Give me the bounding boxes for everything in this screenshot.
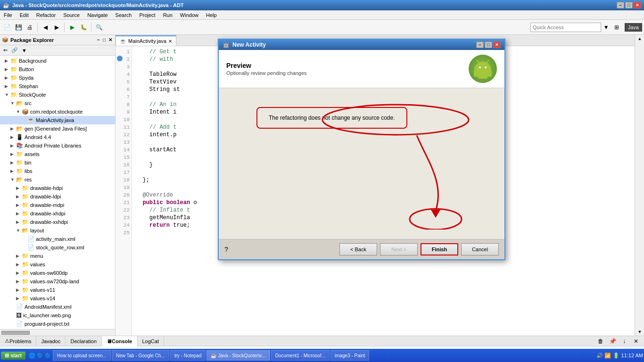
menu-source[interactable]: Source [59,11,83,19]
tree-item-drawable-hdpi[interactable]: ▶ 📁 drawable-hdpi [0,184,115,192]
tree-collapse-btn[interactable]: ⇐ [2,47,9,54]
dialog-close-btn[interactable]: ✕ [493,41,501,48]
perspective-btn[interactable]: ⊞ [611,22,622,33]
tree-item-values[interactable]: ▶ 📁 values [0,260,115,269]
tree-item-ic-launcher[interactable]: 🖼 ic_launcher-web.png [0,311,115,320]
tree-item-button[interactable]: ▶ 📁 Button [0,65,115,74]
next-button[interactable]: Next > [380,243,418,255]
scroll-down-btn[interactable]: ▼ [635,328,644,336]
menu-refactor[interactable]: Refactor [33,11,60,19]
console-pin-btn[interactable]: 📌 [607,336,618,346]
tree-item-spyda[interactable]: ▶ 📁 Spyda [0,74,115,82]
taskbar-item-4[interactable]: Document1 - Microsof... [271,350,330,361]
tree-item-values-sw720[interactable]: ▶ 📁 values-sw720dp-land [0,277,115,286]
tab-close-icon[interactable]: ✕ [168,39,172,44]
folder-icon: 📁 [22,287,29,293]
toolbar-debug[interactable]: 🐛 [78,22,89,33]
start-button[interactable]: ⊞ start [1,352,25,360]
tree-item-activity-main[interactable]: 📄 activity_main.xml [0,235,115,243]
taskbar-item-2[interactable]: try - Notepad [170,350,206,361]
menu-project[interactable]: Project [135,11,159,19]
console-scroll-btn[interactable]: ↓ [619,336,629,346]
taskbar-browser-icon3[interactable]: 🔵 [44,352,52,359]
svg-line-4 [477,60,479,63]
quick-access-dropdown[interactable]: ▼ [601,22,611,33]
tab-declaration[interactable]: Declaration [66,336,102,346]
tree-item-values-v14[interactable]: ▶ 📁 values-v14 [0,294,115,303]
tree-item-stephan[interactable]: ▶ 📁 Stephan [0,82,115,90]
toolbar-search[interactable]: 🔍 [94,22,104,33]
menu-window[interactable]: Window [176,11,202,19]
tree-item-mainactivity[interactable]: ☕ MainActivity.java [0,116,115,124]
toolbar-new[interactable]: 📄 [2,22,12,33]
tree-item-assets[interactable]: ▶ 📁 assets [0,150,115,158]
editor-tab-mainactivity[interactable]: ☕ MainActivity.java ✕ [116,35,176,46]
tree-item-bin[interactable]: ▶ 📁 bin [0,158,115,167]
tree-item-values-sw600[interactable]: ▶ 📁 values-sw600dp [0,269,115,277]
menu-search[interactable]: Search [112,11,136,19]
menu-help[interactable]: Help [202,11,221,19]
taskbar-item-3[interactable]: ☕ Java - StockQuote/sr... [206,350,270,361]
tree-item-drawable-ldpi[interactable]: ▶ 📁 drawable-ldpi [0,192,115,201]
new-activity-dialog[interactable]: 🤖 New Activity − □ ✕ Preview Optionally … [218,39,505,260]
dialog-minimize-btn[interactable]: − [476,41,484,48]
perspective-java[interactable]: Java [625,23,642,32]
taskbar-item-5[interactable]: image3 - Paint [330,350,369,361]
taskbar-item-0[interactable]: How to upload screen... [53,350,111,361]
toolbar-back[interactable]: ◀ [40,22,50,33]
panel-close-btn[interactable]: ✕ [107,37,113,42]
tree-item-android-private[interactable]: ▶ 📚 Android Private Libraries [0,141,115,150]
menu-navigate[interactable]: Navigate [83,11,111,19]
tree-item-menu[interactable]: ▶ 📁 menu [0,252,115,260]
tree-item-drawable-mdpi[interactable]: ▶ 📁 drawable-mdpi [0,201,115,209]
tab-console[interactable]: 🖥 Console [102,336,137,346]
tree-item-res[interactable]: ▼ 📂 res [0,175,115,184]
tree-item-androidmanifest[interactable]: 📄 AndroidManifest.xml [0,303,115,311]
finish-button[interactable]: Finish [421,243,458,255]
horizontal-scrollbar[interactable] [0,329,115,336]
tree-item-package[interactable]: ▼ 📦 com.redpot.stockquote [0,107,115,116]
tree-item-libs[interactable]: ▶ 📁 libs [0,167,115,175]
close-button[interactable]: ✕ [634,2,641,8]
tree-item-drawable-xhdpi[interactable]: ▶ 📁 drawable-xhdpi [0,209,115,218]
toolbar-run[interactable]: ▶ [67,22,77,33]
package-explorer-icon: 📦 [2,37,8,43]
taskbar-browser-icon1[interactable]: 🌐 [28,352,36,359]
tree-dropdown-btn[interactable]: ▼ [20,47,28,54]
tree-item-stockquote[interactable]: ▼ 📁 StockQuote [0,90,115,99]
dialog-maximize-btn[interactable]: □ [485,41,492,48]
panel-minimize-btn[interactable]: − [96,37,101,42]
help-icon[interactable]: ? [224,246,228,253]
tree-item-android44[interactable]: ▶ 📱 Android 4.4 [0,133,115,141]
quick-access-input[interactable] [530,23,601,32]
tab-logcat[interactable]: LogCat [138,336,164,346]
maximize-button[interactable]: □ [625,2,633,8]
console-close-btn[interactable]: ✕ [631,336,641,346]
tree-item-stock-quote-row[interactable]: 📄 stock_quote_row.xml [0,243,115,252]
tree-item-src[interactable]: ▼ 📂 src [0,99,115,107]
cancel-button[interactable]: Cancel [461,243,499,255]
menu-file[interactable]: File [0,11,16,19]
tree-item-drawable-xxhdpi[interactable]: ▶ 📁 drawable-xxhdpi [0,218,115,226]
minimize-button[interactable]: − [617,2,624,8]
tree-item-proguard[interactable]: 📄 proguard-project.txt [0,320,115,328]
scroll-up-btn[interactable]: ▲ [635,35,644,42]
back-button[interactable]: < Back [339,243,377,255]
console-clear-btn[interactable]: 🗑 [595,336,606,346]
menu-edit[interactable]: Edit [16,11,33,19]
taskbar-browser-icon2[interactable]: 🔵 [36,352,44,359]
tree-item-layout[interactable]: ▼ 📂 layout [0,226,115,235]
toolbar-forward[interactable]: ▶ [51,22,62,33]
tree-item-background[interactable]: ▶ 📁 Background [0,57,115,65]
toolbar-save[interactable]: 💾 [13,22,24,33]
menu-run[interactable]: Run [159,11,176,19]
tree-item-gen[interactable]: ▶ 📂 gen [Generated Java Files] [0,124,115,133]
toolbar-print[interactable]: 🖨 [25,22,35,33]
tab-problems[interactable]: ⚠ Problems [0,336,36,346]
tree-item-values-v11[interactable]: ▶ 📁 values-v11 [0,286,115,294]
panel-maximize-btn[interactable]: □ [102,37,107,42]
tree-link-btn[interactable]: 🔗 [10,47,19,54]
svg-point-2 [479,66,481,68]
tab-javadoc[interactable]: Javadoc [36,336,66,346]
taskbar-item-1[interactable]: New Tab - Google Ch... [112,350,169,361]
